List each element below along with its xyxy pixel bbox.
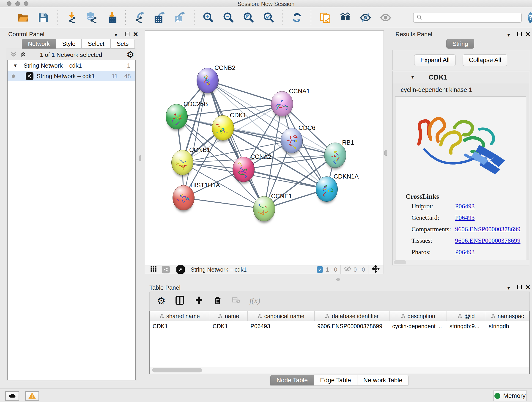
results-hscrollbar-thumb[interactable] xyxy=(394,260,406,264)
table-panel-float-icon[interactable] xyxy=(517,285,522,289)
table-options-gear-icon[interactable]: ⚙ xyxy=(157,295,166,306)
network-collection-row[interactable]: ▼ String Network – cdk1 1 xyxy=(7,60,135,71)
table-cell[interactable]: CDK1 xyxy=(210,321,248,332)
table-cell[interactable]: 9606.ENSP00000378699 xyxy=(315,321,389,332)
import-network-file-icon[interactable] xyxy=(65,12,77,24)
create-column-icon[interactable] xyxy=(194,295,204,306)
table-cell[interactable]: CDK1 xyxy=(150,321,210,332)
birdseye-navigator-icon[interactable] xyxy=(372,265,380,274)
search-input[interactable] xyxy=(423,14,521,21)
memory-button[interactable]: Memory xyxy=(493,390,527,401)
tab-select[interactable]: Select xyxy=(82,39,110,49)
network-canvas[interactable]: CCNB2CCNA1CDC25BCDK1CDC6RB1CCNB1CCNA2CDK… xyxy=(145,31,384,265)
node-CDC6[interactable] xyxy=(281,128,303,153)
horizontal-splitter-handle[interactable] xyxy=(336,278,340,281)
cloud-button[interactable] xyxy=(5,391,19,401)
table-hscrollbar-thumb[interactable] xyxy=(152,368,202,372)
zoom-out-icon[interactable] xyxy=(222,12,234,24)
table-row[interactable]: CDK1CDK1P064939606.ENSP00000378699cyclin… xyxy=(150,321,529,332)
tab-style[interactable]: Style xyxy=(56,39,82,49)
detach-view-icon[interactable] xyxy=(177,265,185,274)
left-splitter-handle[interactable] xyxy=(139,155,141,161)
control-panel-close-icon[interactable]: ✕ xyxy=(133,31,138,38)
selected-checkbox-icon[interactable] xyxy=(317,266,323,273)
results-panel-float-icon[interactable] xyxy=(517,32,522,36)
control-panel-float-icon[interactable] xyxy=(125,32,129,36)
results-panel-menu-icon[interactable]: ▾ xyxy=(507,32,510,38)
hide-selected-icon[interactable] xyxy=(360,12,371,24)
column-type-icon xyxy=(258,314,262,318)
node-CDK1[interactable] xyxy=(212,115,234,140)
control-panel-menu-icon[interactable]: ▾ xyxy=(114,32,117,38)
column-header-namespac[interactable]: namespac xyxy=(486,311,529,321)
apply-layout-icon[interactable] xyxy=(291,12,303,24)
table-cell[interactable]: cyclin-dependent ... xyxy=(389,321,447,332)
node-CCNA1[interactable] xyxy=(271,91,293,116)
node-CDC25B[interactable] xyxy=(166,104,188,129)
tab-edge-table[interactable]: Edge Table xyxy=(314,375,357,385)
node-CCNB2[interactable] xyxy=(196,68,219,93)
selected-counts: 1 - 0 xyxy=(326,266,337,273)
status-bar: Memory xyxy=(0,388,532,402)
warnings-button[interactable] xyxy=(25,391,39,401)
tab-node-table[interactable]: Node Table xyxy=(270,375,314,385)
crosslink-value-link[interactable]: P06493 xyxy=(455,214,475,221)
collapse-all-networks-icon[interactable] xyxy=(10,51,17,59)
column-header-name[interactable]: name xyxy=(210,311,248,321)
right-splitter-handle[interactable] xyxy=(385,150,387,156)
node-HIST1H1A[interactable] xyxy=(172,185,195,211)
crosslink-value-link[interactable]: P06493 xyxy=(455,203,475,210)
crosslink-value-link[interactable]: 9606.ENSP00000378699 xyxy=(455,237,520,244)
export-network-icon[interactable] xyxy=(134,12,146,24)
network-options-gear-icon[interactable]: ⚙ xyxy=(127,50,134,60)
first-neighbors-icon[interactable] xyxy=(339,12,351,24)
clone-network-icon[interactable] xyxy=(319,12,331,24)
table-panel-menu-icon[interactable]: ▾ xyxy=(507,285,510,291)
delete-column-trash-icon[interactable] xyxy=(213,295,222,306)
tab-network-table[interactable]: Network Table xyxy=(357,375,409,385)
node-CDKN1A[interactable] xyxy=(316,177,338,202)
node-RB1[interactable] xyxy=(324,143,346,168)
protein-card-header[interactable]: ▼ CDK1 xyxy=(393,71,529,83)
open-session-icon[interactable] xyxy=(17,12,29,24)
column-header-canonical-name[interactable]: canonical name xyxy=(248,311,315,321)
node-CCNE1[interactable] xyxy=(253,196,275,221)
search-box[interactable] xyxy=(413,13,522,23)
column-header-shared-name[interactable]: shared name xyxy=(150,311,210,321)
table-cell[interactable]: stringdb xyxy=(486,321,529,332)
export-table-icon[interactable] xyxy=(154,12,166,24)
node-CCNB1[interactable] xyxy=(171,150,193,175)
protein-collapse-triangle-icon[interactable]: ▼ xyxy=(410,75,415,80)
zoom-selected-icon[interactable] xyxy=(263,12,275,24)
node-table[interactable]: shared namenamecanonical namedatabase id… xyxy=(149,311,530,374)
import-network-database-icon[interactable] xyxy=(85,12,97,24)
collection-expand-triangle-icon[interactable]: ▼ xyxy=(13,63,18,68)
table-hscrollbar[interactable] xyxy=(150,367,529,373)
grid-mode-icon[interactable] xyxy=(150,265,157,274)
results-panel-close-icon[interactable]: ✕ xyxy=(525,31,530,38)
column-header-@id[interactable]: @id xyxy=(447,311,486,321)
collapse-all-button[interactable]: Collapse All xyxy=(462,54,507,66)
network-row-selected[interactable]: String Network – cdk1 11 48 xyxy=(7,71,135,81)
table-panel-close-icon[interactable]: ✕ xyxy=(525,284,530,291)
column-header-description[interactable]: description xyxy=(389,311,447,321)
show-columns-icon[interactable] xyxy=(175,295,185,306)
help-button[interactable]: ? xyxy=(528,12,532,23)
tab-string[interactable]: String xyxy=(446,39,474,49)
node-CCNA2[interactable] xyxy=(233,157,254,182)
save-session-icon[interactable] xyxy=(37,12,49,24)
table-cell[interactable]: stringdb:9... xyxy=(447,321,486,332)
import-table-icon[interactable] xyxy=(106,12,118,24)
crosslink-value-link[interactable]: P06493 xyxy=(455,249,475,256)
zoom-fit-icon[interactable] xyxy=(243,12,254,24)
table-cell[interactable]: P06493 xyxy=(248,321,315,332)
results-hscrollbar[interactable] xyxy=(393,260,529,265)
tab-network[interactable]: Network xyxy=(22,39,56,49)
expand-all-networks-icon[interactable] xyxy=(20,51,27,59)
expand-all-button[interactable]: Expand All xyxy=(414,54,456,66)
crosslink-value-link[interactable]: 9606.ENSP00000378699 xyxy=(455,225,520,233)
zoom-in-icon[interactable] xyxy=(202,12,214,24)
export-image-icon[interactable] xyxy=(174,12,186,24)
column-header-database-identifier[interactable]: database identifier xyxy=(315,311,389,321)
tab-sets[interactable]: Sets xyxy=(110,39,135,49)
